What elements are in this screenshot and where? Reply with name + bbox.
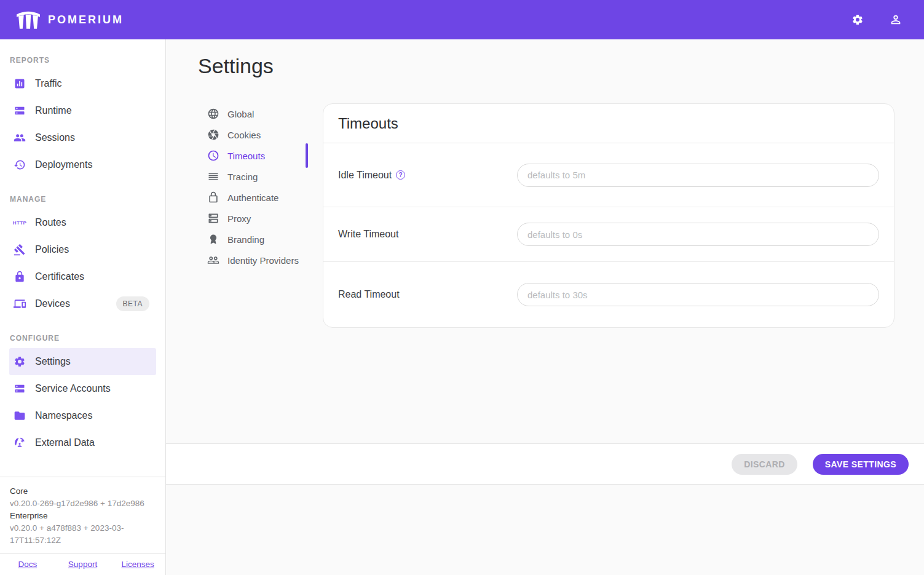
sidebar-item-policies[interactable]: Policies xyxy=(9,236,156,263)
storage-icon xyxy=(14,105,26,117)
sidebar-item-label: Deployments xyxy=(35,159,92,170)
tab-branding[interactable]: Branding xyxy=(203,229,307,250)
account-icon[interactable] xyxy=(883,7,908,32)
folder-icon xyxy=(14,410,26,422)
app-shell: REPORTS Traffic Runtime Sessions xyxy=(0,39,924,575)
write-timeout-input[interactable] xyxy=(517,223,879,246)
read-timeout-row: Read Timeout xyxy=(323,262,894,327)
sidebar-item-settings[interactable]: Settings xyxy=(9,348,156,375)
tab-label: Authenticate xyxy=(227,192,278,203)
sidebar-item-devices[interactable]: Devices BETA xyxy=(9,290,156,317)
field-label-text: Idle Timeout xyxy=(338,170,392,181)
write-timeout-row: Write Timeout xyxy=(323,207,894,262)
core-version-value: v0.20.0-269-g17d2e986 + 17d2e986 xyxy=(10,498,156,510)
main-area: Settings Global Cookies xyxy=(166,39,924,575)
tab-label: Tracing xyxy=(227,172,258,182)
lock-outline-icon xyxy=(207,191,219,204)
idle-timeout-label: Idle Timeout ? xyxy=(338,170,517,181)
sidebar-item-label: Traffic xyxy=(35,78,62,89)
sidebar-item-external-data[interactable]: External Data xyxy=(9,429,156,456)
brand-name: POMERIUM xyxy=(48,14,124,26)
sidebar-item-service-accounts[interactable]: Service Accounts xyxy=(9,375,156,402)
main-filler xyxy=(166,485,924,575)
section-title-configure: CONFIGURE xyxy=(0,317,165,348)
tab-label: Identity Providers xyxy=(227,255,299,266)
section-title-reports: REPORTS xyxy=(0,39,165,70)
actions-bar: DISCARD SAVE SETTINGS xyxy=(166,443,924,485)
aqueduct-icon xyxy=(15,10,42,30)
tab-proxy[interactable]: Proxy xyxy=(203,208,307,229)
sidebar-item-runtime[interactable]: Runtime xyxy=(9,97,156,124)
idle-timeout-row: Idle Timeout ? xyxy=(323,143,894,207)
section-title-manage: MANAGE xyxy=(0,178,165,209)
bar-chart-icon xyxy=(14,77,26,90)
people-icon xyxy=(14,132,26,144)
tab-label: Timeouts xyxy=(227,151,265,161)
enterprise-version-value: v0.20.0 + a478f883 + 2023-03-17T11:57:12… xyxy=(10,522,156,547)
selected-tab-indicator xyxy=(306,143,308,168)
top-bar: POMERIUM xyxy=(0,0,924,39)
sidebar-item-namespaces[interactable]: Namespaces xyxy=(9,402,156,429)
timeouts-panel: Timeouts Idle Timeout ? Write Timeout xyxy=(323,103,894,328)
panel-title: Timeouts xyxy=(338,115,398,132)
enterprise-version-label: Enterprise xyxy=(10,510,156,522)
tab-label: Branding xyxy=(227,234,264,245)
footer-links: Docs Support Licenses xyxy=(0,553,165,575)
gavel-icon xyxy=(14,244,26,256)
storage-icon xyxy=(14,383,26,395)
aperture-icon xyxy=(207,129,219,141)
save-settings-button[interactable]: SAVE SETTINGS xyxy=(813,454,909,475)
lines-icon xyxy=(207,170,219,183)
licenses-link[interactable]: Licenses xyxy=(110,560,165,569)
docs-link[interactable]: Docs xyxy=(0,560,55,569)
sidebar-item-label: Settings xyxy=(35,356,71,367)
version-info: Core v0.20.0-269-g17d2e986 + 17d2e986 En… xyxy=(0,477,165,553)
lock-icon xyxy=(14,271,26,283)
gear-icon[interactable] xyxy=(845,7,870,32)
discard-button[interactable]: DISCARD xyxy=(732,454,797,475)
tab-authenticate[interactable]: Authenticate xyxy=(203,187,307,208)
tab-cookies[interactable]: Cookies xyxy=(203,124,307,145)
tab-label: Global xyxy=(227,109,254,119)
pomerium-logo[interactable]: POMERIUM xyxy=(15,10,124,30)
idle-timeout-input[interactable] xyxy=(517,164,879,187)
write-timeout-label: Write Timeout xyxy=(338,229,517,240)
core-version-label: Core xyxy=(10,485,156,498)
sidebar-nav: REPORTS Traffic Runtime Sessions xyxy=(0,39,165,477)
history-icon xyxy=(14,159,26,171)
external-data-icon xyxy=(14,437,26,449)
tab-global[interactable]: Global xyxy=(203,103,307,124)
field-label-text: Write Timeout xyxy=(338,229,398,240)
sidebar-item-traffic[interactable]: Traffic xyxy=(9,70,156,97)
sidebar: REPORTS Traffic Runtime Sessions xyxy=(0,39,166,575)
page-title: Settings xyxy=(198,53,924,79)
beta-badge: BETA xyxy=(116,296,149,311)
tab-timeouts[interactable]: Timeouts xyxy=(203,145,307,166)
dns-icon xyxy=(207,212,219,224)
sidebar-item-certificates[interactable]: Certificates xyxy=(9,263,156,290)
read-timeout-input[interactable] xyxy=(517,283,879,306)
people-outline-icon xyxy=(207,254,219,266)
http-icon: HTTP xyxy=(14,216,26,229)
read-timeout-label: Read Timeout xyxy=(338,289,517,300)
sidebar-item-deployments[interactable]: Deployments xyxy=(9,151,156,178)
devices-icon xyxy=(14,298,26,310)
sidebar-item-label: Namespaces xyxy=(35,410,92,421)
sidebar-item-label: Policies xyxy=(35,244,69,255)
tab-label: Proxy xyxy=(227,213,251,224)
sidebar-item-sessions[interactable]: Sessions xyxy=(9,124,156,151)
support-link[interactable]: Support xyxy=(55,560,111,569)
sidebar-item-routes[interactable]: HTTP Routes xyxy=(9,209,156,236)
help-icon[interactable]: ? xyxy=(396,170,405,180)
sidebar-item-label: Devices xyxy=(35,298,70,309)
gear-icon xyxy=(14,355,26,368)
globe-icon xyxy=(207,108,219,120)
field-label-text: Read Timeout xyxy=(338,289,400,300)
tab-tracing[interactable]: Tracing xyxy=(203,166,307,187)
sidebar-item-label: Sessions xyxy=(35,132,75,143)
sidebar-item-label: Certificates xyxy=(35,271,84,282)
settings-sub-nav: Global Cookies Timeouts xyxy=(203,103,307,328)
tab-label: Cookies xyxy=(227,130,261,140)
tab-identity-providers[interactable]: Identity Providers xyxy=(203,250,307,271)
panel-header: Timeouts xyxy=(323,104,894,143)
